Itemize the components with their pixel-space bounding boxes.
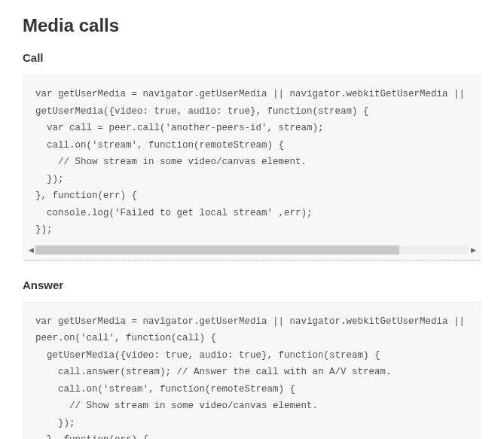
code-block-call: var getUserMedia = navigator.getUserMedi… bbox=[23, 75, 481, 261]
code-block-answer: var getUserMedia = navigator.getUserMedi… bbox=[23, 302, 481, 440]
section-heading-call: Call bbox=[23, 51, 481, 64]
scroll-left-arrow-icon[interactable]: ◀ bbox=[26, 245, 35, 255]
scroll-right-arrow-icon[interactable]: ▶ bbox=[469, 245, 478, 255]
page-title: Media calls bbox=[23, 15, 481, 36]
scroll-track[interactable] bbox=[35, 245, 469, 255]
horizontal-scrollbar[interactable]: ◀ ▶ bbox=[26, 245, 478, 255]
code-content-answer: var getUserMedia = navigator.getUserMedi… bbox=[35, 313, 469, 440]
scroll-thumb[interactable] bbox=[35, 245, 399, 255]
section-heading-answer: Answer bbox=[23, 279, 481, 291]
code-content-call: var getUserMedia = navigator.getUserMedi… bbox=[35, 86, 469, 243]
